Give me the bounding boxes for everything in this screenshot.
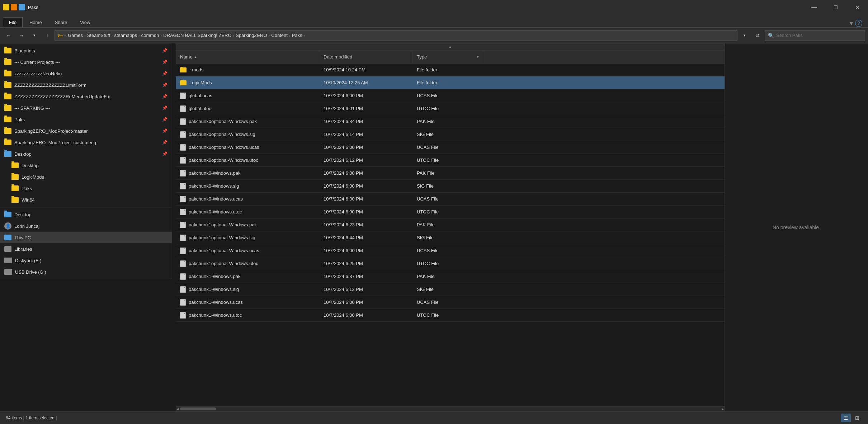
view-controls: ☰ ⊞ (841, 414, 862, 422)
dropdown-button[interactable]: ▾ (739, 30, 750, 41)
person-icon: 👤 (4, 222, 11, 230)
path-games[interactable]: Games (68, 33, 83, 38)
file-row-pak0opt-pak[interactable]: pakchunk0optional-Windows.pak 10/7/2024 … (176, 115, 725, 128)
refresh-button[interactable]: ↺ (752, 30, 763, 41)
back-button[interactable]: ← (3, 30, 14, 41)
file-name-cell: LogicMods (176, 80, 319, 85)
file-row-pak0opt-ucas[interactable]: pakchunk0optional-Windows.ucas 10/7/2024… (176, 141, 725, 154)
maximize-button[interactable]: □ (825, 0, 846, 14)
tab-file[interactable]: File (3, 17, 23, 27)
file-row-pak1opt-pak[interactable]: pakchunk1optional-Windows.pak 10/7/2024 … (176, 218, 725, 231)
path-dragonball[interactable]: DRAGON BALL Sparking! ZERO (163, 33, 231, 38)
desktop-folder-icon (4, 151, 11, 157)
large-icon-view-button[interactable]: ⊞ (852, 414, 862, 422)
file-icon-sm (180, 118, 186, 125)
h-scroll-left[interactable]: ◂ (176, 406, 179, 411)
sidebar-item-win64[interactable]: Win64 (0, 194, 172, 206)
file-row-pak1opt-sig[interactable]: pakchunk1optional-Windows.sig 10/7/2024 … (176, 231, 725, 244)
file-row-pak1-utoc[interactable]: pakchunk1-Windows.utoc 10/7/2024 6:00 PM… (176, 309, 725, 322)
tab-share[interactable]: Share (49, 17, 74, 27)
sidebar-item-blueprints[interactable]: Blueprints 📌 (0, 45, 172, 56)
recent-locations-button[interactable]: ▾ (29, 30, 40, 41)
address-path[interactable]: 🗁 « Games › SteamStuff › steamapps › com… (55, 30, 737, 41)
main-area: Blueprints 📌 --- Current Projects --- 📌 … (0, 43, 868, 411)
sidebar-item-paks-pinned[interactable]: Paks 📌 (0, 114, 172, 125)
h-scroll-right[interactable]: ▸ (722, 406, 724, 411)
path-common[interactable]: common (141, 33, 159, 38)
file-row-pak1opt-utoc[interactable]: pakchunk1optional-Windows.utoc 10/7/2024… (176, 257, 725, 270)
tab-view[interactable]: View (74, 17, 96, 27)
file-row-pak1opt-ucas[interactable]: pakchunk1optional-Windows.ucas 10/7/2024… (176, 244, 725, 257)
col-header-modified[interactable]: Date modified (319, 51, 412, 63)
folder-icon-sm (180, 80, 187, 85)
file-row-pak0-ucas[interactable]: pakchunk0-Windows.ucas 10/7/2024 6:00 PM… (176, 193, 725, 206)
minimize-button[interactable]: — (803, 0, 825, 14)
file-row-pak0opt-sig[interactable]: pakchunk0optional-Windows.sig 10/7/2024 … (176, 128, 725, 141)
file-row-pak0opt-utoc[interactable]: pakchunk0optional-Windows.utoc 10/7/2024… (176, 154, 725, 167)
close-button[interactable]: ✕ (846, 0, 868, 14)
folder-icon (4, 48, 11, 53)
sidebar-item-desktop-pinned[interactable]: Desktop 📌 (0, 148, 172, 160)
file-name-cell: pakchunk0-Windows.utoc (176, 209, 319, 215)
file-row-global-utoc[interactable]: global.utoc 10/7/2024 6:01 PM UTOC File (176, 102, 725, 115)
file-row-global-ucas[interactable]: global.ucas 10/7/2024 6:00 PM UCAS File (176, 89, 725, 102)
pin-icon: 📌 (162, 60, 168, 65)
sidebar-item-current-projects[interactable]: --- Current Projects --- 📌 (0, 56, 172, 68)
sort-toggle[interactable]: ▲ (448, 45, 452, 49)
file-name-cell: pakchunk1-Windows.sig (176, 286, 319, 293)
file-name-cell: pakchunk1optional-Windows.pak (176, 222, 319, 228)
path-steamstuff[interactable]: SteamStuff (87, 33, 110, 38)
file-row-logicmods[interactable]: LogicMods 10/10/2024 12:25 AM File folde… (176, 76, 725, 89)
sidebar-item-libraries[interactable]: Libraries (0, 243, 172, 255)
path-content[interactable]: Content (271, 33, 288, 38)
horizontal-scrollbar[interactable]: ◂ ▸ (176, 406, 725, 411)
sidebar-item-sparking[interactable]: --- SPARKING --- 📌 (0, 102, 172, 114)
path-paks[interactable]: Paks (292, 33, 302, 38)
file-row-pak1-pak[interactable]: pakchunk1-Windows.pak 10/7/2024 6:37 PM … (176, 270, 725, 283)
file-row-pak0-utoc[interactable]: pakchunk0-Windows.utoc 10/7/2024 6:00 PM… (176, 206, 725, 218)
address-path-text: 🗁 « Games › SteamStuff › steamapps › com… (58, 33, 305, 38)
desktop-section-icon (4, 212, 11, 217)
file-name-cell: pakchunk1optional-Windows.sig (176, 235, 319, 241)
file-row-mods[interactable]: ~mods 10/9/2024 10:24 PM File folder (176, 63, 725, 76)
path-sparkingzero[interactable]: SparkingZERO (236, 33, 267, 38)
sidebar-item-rememberupdatefix[interactable]: ZZZZZZZZZZZZZZZZZZReMemberUpdateFix 📌 (0, 91, 172, 102)
sidebar-item-usb-drive[interactable]: USB Drive (G:) (0, 266, 172, 278)
file-row-pak1-sig[interactable]: pakchunk1-Windows.sig 10/7/2024 6:12 PM … (176, 283, 725, 296)
sidebar-item-user[interactable]: 👤 Lorin Juncaj (0, 220, 172, 232)
sidebar-item-modproject-master[interactable]: SparkingZERO_ModProject-master 📌 (0, 125, 172, 137)
pin-icon: 📌 (162, 151, 168, 156)
ribbon-expand-icon[interactable]: ▾ (850, 19, 853, 27)
sidebar-item-neoneku[interactable]: zzzzzzzzzzzzNeoNeku 📌 (0, 68, 172, 79)
sidebar-item-this-pc[interactable]: This PC (0, 232, 172, 243)
drive-icon (4, 258, 12, 263)
file-row-pak0-pak[interactable]: pakchunk0-Windows.pak 10/7/2024 6:00 PM … (176, 167, 725, 180)
file-name-cell: pakchunk0optional-Windows.ucas (176, 144, 319, 151)
sidebar-item-limitform[interactable]: ZZZZZZZZZZZZZZZZZZLimitForm 📌 (0, 79, 172, 91)
forward-button[interactable]: → (16, 30, 27, 41)
file-name-cell: ~mods (176, 67, 319, 72)
path-steamapps[interactable]: steamapps (114, 33, 137, 38)
search-input[interactable] (776, 33, 862, 38)
file-row-pak1-ucas[interactable]: pakchunk1-Windows.ucas 10/7/2024 6:00 PM… (176, 296, 725, 309)
sidebar-item-desktop-sub[interactable]: Desktop (0, 160, 172, 171)
col-header-name[interactable]: Name (176, 51, 319, 63)
tab-home[interactable]: Home (23, 17, 48, 27)
ribbon-help-icon[interactable]: ? (855, 20, 862, 27)
file-icon-sm (180, 196, 186, 202)
h-scroll-thumb[interactable] (180, 407, 216, 410)
col-header-type[interactable]: Type ▼ (412, 51, 484, 63)
file-list: ~mods 10/9/2024 10:24 PM File folder Log… (176, 63, 725, 406)
up-button[interactable]: ↑ (42, 30, 53, 41)
file-row-pak0-sig[interactable]: pakchunk0-Windows.sig 10/7/2024 6:00 PM … (176, 180, 725, 193)
sidebar-divider (0, 207, 172, 207)
sidebar-item-modproject-customeng[interactable]: SparkingZERO_ModProject-customeng 📌 (0, 137, 172, 148)
lib-icon (4, 246, 11, 252)
file-icon-sm (180, 312, 186, 319)
sidebar-item-diskyboi[interactable]: Diskyboi (E:) (0, 255, 172, 266)
sidebar-item-logicmods[interactable]: LogicMods (0, 171, 172, 183)
details-view-button[interactable]: ☰ (841, 414, 851, 422)
sidebar-item-paks-sub[interactable]: Paks (0, 183, 172, 194)
sidebar-item-desktop-section[interactable]: Desktop (0, 209, 172, 220)
folder-icon (4, 117, 11, 122)
